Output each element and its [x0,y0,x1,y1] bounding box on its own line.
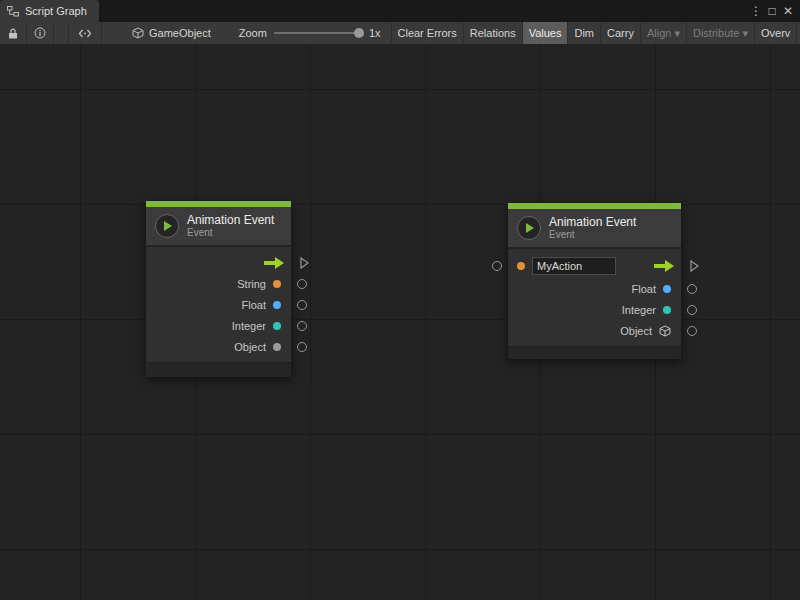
data-output-row: Object [146,336,291,357]
data-output-row: String [146,273,291,294]
port-label: String [237,278,266,290]
carry-toggle-button[interactable]: Carry [600,22,640,44]
flow-output-port[interactable] [690,260,699,272]
unity-script-graph-window: { "titlebar": { "tab_label": "Script Gra… [0,0,800,600]
zoom-label: Zoom [239,27,267,39]
flow-arrow-icon [263,256,285,270]
string-type-dot [517,262,525,270]
node-header[interactable]: Animation Event Event [146,207,291,247]
tab-script-graph[interactable]: Script Graph [0,0,99,22]
node-footer [146,362,291,377]
relations-button[interactable]: Relations [463,22,522,44]
node-body: Float Integer Object [508,249,681,346]
node-subtitle: Event [549,229,636,241]
flow-output-row [146,252,291,273]
integer-type-dot [273,322,281,330]
code-icon [78,28,92,39]
gameobject-target[interactable]: GameObject [128,22,215,44]
values-toggle-button[interactable]: Values [522,22,568,44]
animation-event-node[interactable]: Animation Event Event String Float [146,201,291,377]
cube-icon [659,325,671,337]
data-output-row: Integer [146,315,291,336]
dim-toggle-button[interactable]: Dim [567,22,600,44]
flow-arrow-icon [653,259,675,273]
data-output-row: Float [146,294,291,315]
lock-icon [8,28,18,39]
inspect-button[interactable] [27,22,54,44]
integer-type-dot [663,306,671,314]
gameobject-icon [132,27,144,39]
titlebar: Script Graph ⋮ □ ✕ [0,0,800,22]
overview-button[interactable]: Overv [754,22,797,44]
node-title: Animation Event [187,213,274,227]
port-label: Object [234,341,266,353]
node-header[interactable]: Animation Event Event [508,209,681,249]
port-label: Float [632,283,656,295]
zoom-value: 1x [369,27,381,39]
close-icon[interactable]: ✕ [780,0,796,22]
float-output-port[interactable] [297,300,307,310]
float-output-port[interactable] [687,284,697,294]
string-output-port[interactable] [297,279,307,289]
data-output-row: Float [508,278,681,299]
edit-source-button[interactable] [68,22,102,44]
port-label: Integer [232,320,266,332]
string-type-dot [273,280,281,288]
integer-output-port[interactable] [687,305,697,315]
graph-toolbar: GameObject Zoom 1x Clear Errors Relation… [0,22,800,44]
align-dropdown-button[interactable]: Align ▾ [640,22,686,44]
lock-button[interactable] [0,22,27,44]
graph-tab-icon [7,6,19,17]
node-title: Animation Event [549,215,636,229]
port-label: Float [242,299,266,311]
integer-output-port[interactable] [297,321,307,331]
port-label: Integer [622,304,656,316]
event-play-icon [517,216,541,240]
zoom-slider[interactable] [274,32,362,34]
toolbar-buttons: Clear Errors Relations Values Dim Carry … [391,22,798,44]
zoom-slider-handle[interactable] [354,28,364,38]
float-type-dot [663,285,671,293]
object-output-port[interactable] [297,342,307,352]
data-output-row: Object [508,320,681,341]
object-output-port[interactable] [687,326,697,336]
distribute-dropdown-button[interactable]: Distribute ▾ [686,22,754,44]
port-label: Object [620,325,652,337]
animation-event-node[interactable]: Animation Event Event Float [508,203,681,359]
event-play-icon [155,214,179,238]
flow-output-port[interactable] [300,257,309,269]
node-body: String Float Integer Object [146,247,291,362]
clear-errors-button[interactable]: Clear Errors [391,22,463,44]
gameobject-label: GameObject [149,27,211,39]
tab-label: Script Graph [25,5,87,17]
name-input-row [508,254,681,278]
node-subtitle: Event [187,227,274,239]
data-output-row: Integer [508,299,681,320]
animation-name-field[interactable] [532,257,616,275]
zoom-control: Zoom 1x [239,22,381,44]
info-icon [34,27,46,39]
float-type-dot [273,301,281,309]
name-input-port[interactable] [492,261,502,271]
object-type-dot [273,343,281,351]
window-controls: ⋮ □ ✕ [748,0,800,22]
window-menu-icon[interactable]: ⋮ [748,0,764,22]
node-footer [508,346,681,359]
maximize-icon[interactable]: □ [764,0,780,22]
graph-canvas[interactable]: Animation Event Event String Float [0,44,800,600]
